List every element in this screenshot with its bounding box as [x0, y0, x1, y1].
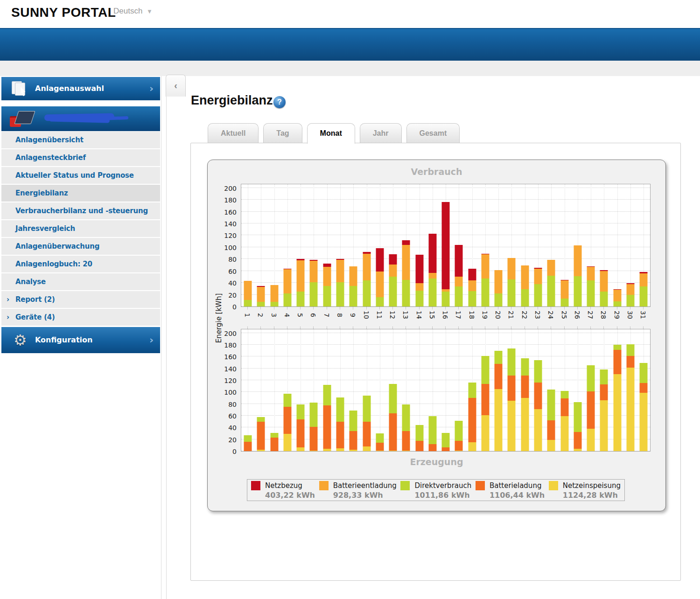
stacked-bar — [297, 259, 305, 306]
bar-segment-batterieentladung — [508, 258, 516, 279]
tab-monat[interactable]: Monat — [307, 123, 355, 144]
sidebar-item[interactable]: Anlagensteckbrief — [1, 149, 160, 166]
language-selector[interactable]: Deutsch ▼ — [113, 7, 153, 16]
y-tick-label: 60 — [212, 268, 237, 275]
legend-item: Direktverbrauch1011,86 kWh — [400, 481, 471, 500]
stacked-bar — [376, 433, 384, 451]
bar-slot — [399, 184, 413, 306]
bar-segment-direktverbrauch — [310, 403, 318, 427]
sidebar-item-konfiguration[interactable]: ⚙ Konfiguration › — [1, 327, 160, 353]
bar-segment-netzeinspeisung — [626, 368, 634, 451]
legend-label: Batterieentladung — [333, 481, 397, 490]
bar-segment-direktverbrauch — [257, 417, 265, 422]
tab-jahr[interactable]: Jahr — [360, 123, 402, 143]
bar-slot — [268, 329, 281, 451]
konfiguration-label: Konfiguration — [35, 335, 92, 344]
bar-segment-batterieladung — [428, 444, 436, 451]
bar-segment-direktverbrauch — [415, 425, 423, 441]
bar-segment-netzeinspeisung — [560, 416, 568, 451]
stacked-bar — [613, 345, 621, 451]
legend-label: Netzeinspeisung — [563, 481, 621, 490]
bar-segment-batterieentladung — [376, 272, 384, 297]
tab-aktuell[interactable]: Aktuell — [208, 123, 259, 143]
sidebar-item[interactable]: Verbraucherbilanz und -steuerung — [1, 202, 160, 219]
x-axis-labels: 1234567891011121314151617181920212223242… — [241, 306, 650, 329]
bar-segment-direktverbrauch — [600, 369, 608, 384]
bar-slot — [439, 184, 452, 306]
bar-segment-batterieladung — [455, 441, 463, 450]
stacked-bar — [363, 396, 371, 451]
x-tick-label: 25 — [557, 306, 570, 329]
bar-slot — [558, 184, 571, 306]
bar-segment-batterieentladung — [495, 270, 503, 293]
legend-item: Batterieentladung928,33 kWh — [319, 481, 397, 500]
legend-item: Batterieladung1106,44 kWh — [476, 481, 545, 500]
x-tick-label: 18 — [465, 306, 478, 329]
stacked-bar — [534, 268, 542, 306]
bar-segment-direktverbrauch — [310, 282, 318, 306]
bar-slot — [334, 184, 347, 306]
legend-label: Direktverbrauch — [414, 481, 471, 490]
bar-segment-direktverbrauch — [640, 286, 648, 306]
collapse-sidebar-button[interactable]: ‹ — [166, 75, 186, 97]
bar-segment-direktverbrauch — [508, 348, 516, 376]
sidebar-item[interactable]: Jahresvergleich — [1, 220, 160, 237]
language-label: Deutsch — [113, 7, 142, 15]
sidebar-item[interactable]: Anlagenlogbuch: 20 — [1, 256, 160, 272]
sidebar-item[interactable]: ›Report (2) — [1, 291, 160, 308]
plant-item[interactable] — [1, 106, 160, 131]
bar-slot — [254, 184, 267, 306]
sidebar-item[interactable]: Aktueller Status und Prognose — [1, 167, 160, 184]
sidebar-item-label: Anlagenlogbuch: 20 — [15, 260, 92, 268]
sidebar-item[interactable]: ›Geräte (4) — [1, 309, 160, 326]
sidebar-divider — [161, 76, 161, 599]
bar-segment-batterieentladung — [600, 271, 608, 292]
chart-title-erzeugung: Erzeugung — [208, 457, 665, 467]
bar-slot — [439, 329, 452, 451]
y-tick-label: 0 — [212, 448, 237, 455]
bar-slot — [479, 184, 492, 306]
bar-segment-direktverbrauch — [283, 394, 291, 407]
x-tick-label: 1 — [241, 306, 254, 329]
bar-segment-direktverbrauch — [402, 404, 410, 431]
x-tick-label: 29 — [610, 306, 623, 329]
bar-segment-batterieentladung — [587, 267, 595, 280]
bar-segment-batterieladung — [310, 427, 318, 451]
bar-segment-netzbezug — [415, 255, 423, 283]
bar-slot — [479, 329, 492, 451]
bar-segment-direktverbrauch — [587, 365, 595, 391]
bar-segment-batterieentladung — [350, 266, 357, 286]
stacked-bar — [402, 240, 410, 306]
stacked-bar — [244, 435, 252, 451]
legend-swatch — [549, 481, 558, 490]
sidebar-item[interactable]: Anlagenüberwachung — [1, 238, 160, 255]
bar-slot — [334, 329, 347, 451]
tab-tag[interactable]: Tag — [263, 123, 302, 143]
banner — [0, 28, 700, 62]
bar-segment-batterieladung — [481, 384, 489, 415]
bar-slot — [624, 184, 637, 306]
bar-segment-batterieladung — [350, 431, 357, 450]
stacked-bar — [560, 280, 568, 306]
legend-value: 1106,44 kWh — [490, 491, 545, 500]
bar-segment-batterieladung — [534, 383, 542, 409]
y-tick-label: 60 — [212, 412, 237, 420]
bar-slot — [610, 184, 623, 306]
sidebar-item[interactable]: Energiebilanz — [1, 185, 160, 202]
sidebar-header-anlagenauswahl[interactable]: Anlagenauswahl › — [1, 77, 160, 100]
sidebar-item[interactable]: Anlagenübersicht — [1, 132, 160, 148]
bar-segment-netzbezug — [402, 240, 410, 245]
help-icon[interactable]: ? — [273, 96, 286, 108]
x-tick-label: 28 — [597, 306, 610, 329]
legend-item: Netzbezug403,22 kWh — [251, 481, 315, 500]
y-tick-label: 120 — [212, 377, 237, 384]
tab-gesamt[interactable]: Gesamt — [406, 123, 460, 143]
stacked-bar — [442, 433, 450, 451]
stacked-bar — [547, 260, 555, 306]
y-tick-label: 80 — [212, 401, 237, 408]
stacked-bar — [363, 252, 371, 306]
bar-slot — [518, 329, 532, 451]
legend: Netzbezug403,22 kWhBatterieentladung928,… — [247, 479, 625, 501]
bar-segment-batterieentladung — [560, 280, 568, 299]
sidebar-item[interactable]: Analyse — [1, 273, 160, 290]
